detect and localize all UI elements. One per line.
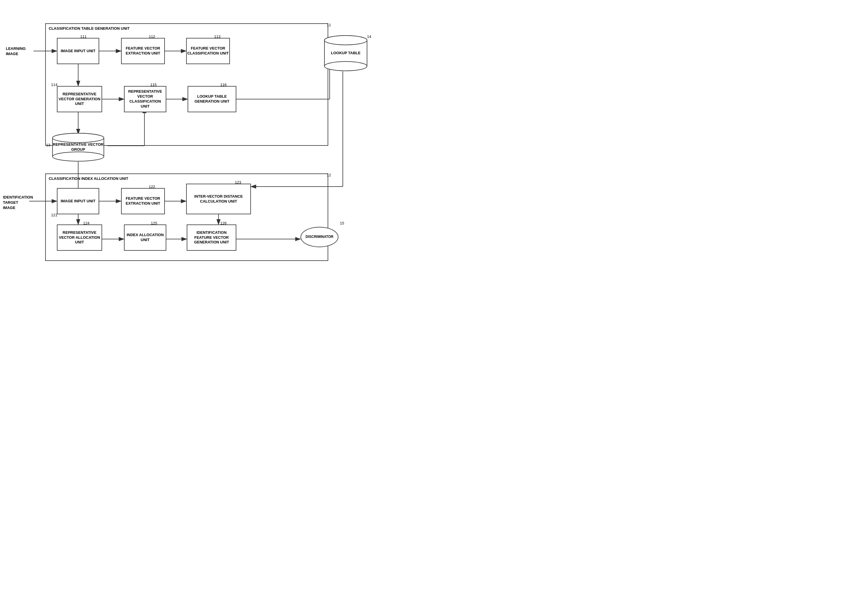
ref-122: 122: [149, 185, 155, 189]
ref-111: 111: [80, 35, 87, 39]
ref-112: 112: [149, 35, 155, 39]
db-13: REPRESENTATIVE VECTOR GROUP: [52, 133, 104, 162]
ref-115: 115: [150, 83, 157, 87]
diagram: LEARNING IMAGE IDENTIFICATION TARGET IMA…: [0, 0, 432, 308]
svg-point-33: [324, 61, 367, 71]
ref-123: 123: [235, 180, 241, 185]
unit-125: INDEX ALLOCATION UNIT: [124, 225, 166, 251]
unit-114: REPRESENTATIVE VECTOR GENERATION UNIT: [57, 86, 102, 112]
svg-point-27: [52, 152, 104, 161]
ref-12: 12: [327, 173, 331, 177]
unit-124: REPRESENTATIVE VECTOR ALLOCATION UNIT: [57, 225, 102, 251]
db-14: LOOKUP TABLE: [324, 35, 368, 71]
svg-point-34: [324, 36, 367, 45]
unit-115: REPRESENTATIVE VECTOR CLASSIFICATION UNI…: [124, 86, 166, 112]
ref-126: 126: [220, 221, 227, 225]
unit-121: IMAGE INPUT UNIT: [57, 188, 99, 214]
learning-image-label: LEARNING IMAGE: [6, 46, 32, 57]
ref-15: 15: [340, 221, 344, 225]
ref-113: 113: [214, 35, 220, 39]
section-label-12: CLASSIFICATION INDEX ALLOCATION UNIT: [49, 176, 128, 181]
ref-14: 14: [367, 35, 371, 39]
discriminator: DISCRIMINATOR: [301, 227, 339, 247]
ref-125: 125: [151, 221, 157, 225]
unit-113: FEATURE VECTOR CLASSIFICATION UNIT: [186, 38, 230, 64]
svg-point-28: [52, 133, 104, 143]
ref-114: 114: [51, 83, 57, 87]
unit-116: LOOKUP TABLE GENERATION UNIT: [187, 86, 236, 112]
unit-122: FEATURE VECTOR EXTRACTION UNIT: [121, 188, 165, 214]
unit-111: IMAGE INPUT UNIT: [57, 38, 99, 64]
ref-13: 13: [46, 143, 50, 147]
unit-123: INTER-VECTOR DISTANCE CALCULATION UNIT: [186, 184, 251, 214]
ref-11: 11: [327, 23, 331, 27]
ref-116: 116: [220, 83, 227, 87]
ref-124: 124: [83, 221, 90, 225]
ref-121: 121: [51, 213, 57, 217]
unit-126: IDENTIFICATION FEATURE VECTOR GENERATION…: [187, 225, 236, 251]
section-label-11: CLASSIFICATION TABLE GENERATION UNIT: [49, 26, 129, 31]
identification-target-label: IDENTIFICATION TARGET IMAGE: [3, 195, 28, 211]
unit-112: FEATURE VECTOR EXTRACTION UNIT: [121, 38, 165, 64]
